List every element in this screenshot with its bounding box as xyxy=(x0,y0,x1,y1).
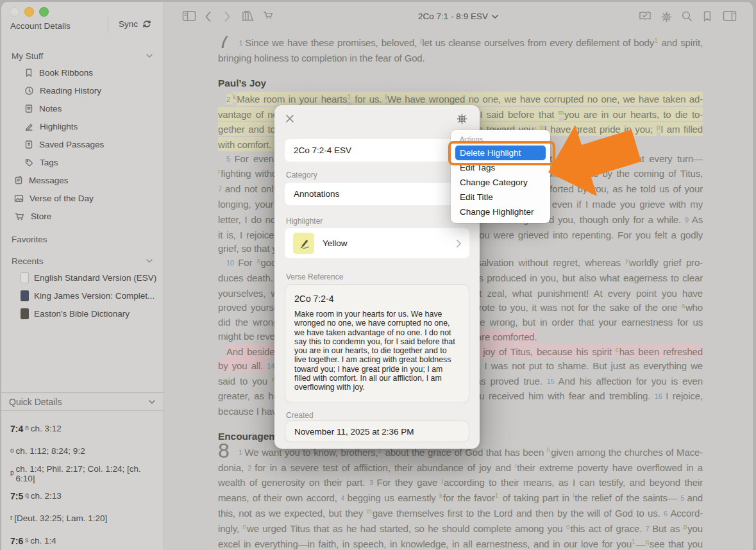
text-line: ingly, nwe urged Titus that as he had st… xyxy=(218,522,703,537)
quick-details-title: Quick Details xyxy=(9,397,62,407)
crossref-letter: n xyxy=(25,424,29,431)
created-row: November 11, 2025 at 2:36 PM xyxy=(285,421,469,442)
text-line: 7 1 Since we have these promises, belove… xyxy=(218,36,703,51)
actions-menu: Actions Delete HighlightEdit TagsChange … xyxy=(451,130,550,223)
bible-paragraph: 8 1 We want you to know, brothers,1 abou… xyxy=(218,446,703,550)
note-icon xyxy=(24,104,33,113)
quick-details-row: och. 1:12; 8:24; 9:2 xyxy=(1,440,164,462)
created-value: November 11, 2025 at 2:36 PM xyxy=(294,427,414,437)
header-divider xyxy=(108,17,108,33)
sidebar-item-store[interactable]: Store xyxy=(1,207,164,225)
annotation-arrow xyxy=(546,119,645,199)
verse-reference-label: Verse Reference xyxy=(286,272,343,281)
section-label: Recents xyxy=(12,256,44,266)
clock-icon xyxy=(24,86,34,96)
quick-details-row: 7:5qch. 2:13 xyxy=(1,485,164,507)
sidebar-item-tags[interactable]: Tags xyxy=(1,153,164,171)
crossref-letter: o xyxy=(10,447,14,454)
settings-gear-icon[interactable] xyxy=(660,10,673,26)
highlighter-label: Highlighter xyxy=(286,217,323,226)
menu-item-delete-highlight[interactable]: Delete Highlight xyxy=(455,146,546,160)
bible-paragraph: 7 1 Since we have these promises, belove… xyxy=(218,36,703,65)
quick-details-body: 7:4nch. 3:12och. 1:12; 8:24; 9:2pch. 1:4… xyxy=(1,411,164,550)
verse-ref: 7:6 xyxy=(10,536,23,546)
marker-pen-icon xyxy=(297,237,311,251)
section-heading: Paul’s Joy xyxy=(218,76,703,90)
minimize-window-button[interactable] xyxy=(24,7,34,17)
sidebar-item-label: Highlights xyxy=(40,122,78,131)
chevron-down-icon[interactable] xyxy=(148,399,156,404)
sidebar-item-reading-history[interactable]: Reading History xyxy=(1,81,164,99)
section-label: My Stuff xyxy=(12,51,43,61)
zoom-window-button[interactable] xyxy=(39,7,49,17)
category-label: Category xyxy=(286,171,317,179)
gear-icon[interactable] xyxy=(455,112,469,126)
sidebar-section-my-stuff[interactable]: My Stuff xyxy=(1,48,164,63)
menu-item-edit-title[interactable]: Edit Title xyxy=(451,190,550,204)
sidebar-item-book-ribbons[interactable]: Book Ribbons xyxy=(1,63,164,81)
sidebar-right-toggle-icon[interactable] xyxy=(723,10,737,24)
sidebar-item-easton-s-bible-dictionary[interactable]: Easton's Bible Dictionary xyxy=(1,304,164,322)
image-icon xyxy=(14,194,24,203)
sidebar: Account Details Sync My StuffBook Ribbon… xyxy=(1,2,164,550)
book-cover-thumbnail xyxy=(21,290,29,301)
message-icon xyxy=(14,176,23,185)
menu-item-change-highlighter[interactable]: Change Highlighter xyxy=(451,204,550,219)
search-icon[interactable] xyxy=(681,10,693,25)
close-icon[interactable] xyxy=(285,113,295,124)
book-cover-thumbnail xyxy=(21,272,29,283)
account-details-button[interactable]: Account Details xyxy=(10,21,71,31)
crossref-letter: p xyxy=(10,469,14,476)
sidebar-item-messages[interactable]: Messages xyxy=(1,171,164,189)
crossref-text: ch. 3:12 xyxy=(31,424,62,433)
chevron-right-icon xyxy=(456,239,462,248)
crossref-text: [Deut. 32:25; Lam. 1:20] xyxy=(14,513,107,523)
sidebar-item-label: Tags xyxy=(40,158,58,167)
sidebar-item-english-standard-version-esv[interactable]: English Standard Version (ESV) xyxy=(1,269,164,287)
verse-ref: 7:4 xyxy=(10,424,23,434)
reading-plan-icon[interactable] xyxy=(637,10,653,24)
sidebar-item-label: Store xyxy=(31,212,51,221)
sidebar-item-saved-passages[interactable]: Saved Passages xyxy=(1,135,164,153)
sidebar-nav: My StuffBook RibbonsReading HistoryNotes… xyxy=(1,42,164,322)
text-line: donia, 2 for in a severe test of afflict… xyxy=(218,461,703,476)
verse-reference-text: Make room in your hearts for us. We have… xyxy=(294,310,460,392)
bookmark-icon xyxy=(24,68,33,78)
toolbar: 2Co 7:1 - 8:9 ESV xyxy=(164,2,753,33)
cart-icon xyxy=(14,212,25,221)
sidebar-item-label: Saved Passages xyxy=(39,140,104,149)
ribbon-bookmark-icon[interactable] xyxy=(702,10,712,25)
sidebar-item-notes[interactable]: Notes xyxy=(1,99,164,117)
sidebar-item-label: Reading History xyxy=(40,86,101,96)
sidebar-section-favorites[interactable]: Favorites xyxy=(1,231,164,247)
quick-details-header[interactable]: Quick Details xyxy=(1,393,164,411)
highlighter-row[interactable]: Yellow xyxy=(285,228,469,258)
crossref-text: ch. 1:12; 8:24; 9:2 xyxy=(16,446,85,456)
category-row[interactable]: Annotations xyxy=(285,183,469,205)
sidebar-item-label: Easton's Bible Dictionary xyxy=(34,309,130,319)
crossref-letter: r xyxy=(10,514,12,521)
sidebar-section-recents[interactable]: Recents xyxy=(1,253,164,269)
sidebar-item-label: King James Version: Complet... xyxy=(34,291,155,301)
traffic-lights xyxy=(10,7,49,17)
passage-title: 2Co 7:1 - 8:9 ESV xyxy=(418,12,488,21)
sidebar-item-highlights[interactable]: Highlights xyxy=(1,117,164,135)
menu-item-change-category[interactable]: Change Category xyxy=(451,175,550,190)
sidebar-item-label: Notes xyxy=(39,104,62,113)
highlight-title-field[interactable]: 2Co 7:2-4 ESV xyxy=(285,139,469,162)
book-cover-thumbnail xyxy=(21,308,29,319)
verse-reference-value: 2Co 7:2-4 xyxy=(294,294,460,304)
quick-details-row: r[Deut. 32:25; Lam. 1:20] xyxy=(1,507,164,529)
quick-details-row: pch. 1:4; Phil. 2:17; Col. 1:24; [ch. 6:… xyxy=(1,462,164,485)
close-window-button[interactable] xyxy=(10,7,19,17)
sidebar-item-verse-of-the-day[interactable]: Verse of the Day xyxy=(1,189,164,207)
saved-icon xyxy=(24,140,33,149)
chevron-down-icon xyxy=(491,14,499,19)
sidebar-item-king-james-version-complet[interactable]: King James Version: Complet... xyxy=(1,287,164,304)
quick-details-row: 7:6sch. 1:4 xyxy=(1,529,164,550)
menu-item-edit-tags[interactable]: Edit Tags xyxy=(451,160,550,175)
crossref-letter: q xyxy=(25,492,29,499)
sync-button[interactable]: Sync xyxy=(119,19,152,29)
quick-details-row: 7:4nch. 3:12 xyxy=(1,417,164,440)
sidebar-item-label: Verse of the Day xyxy=(29,194,94,203)
